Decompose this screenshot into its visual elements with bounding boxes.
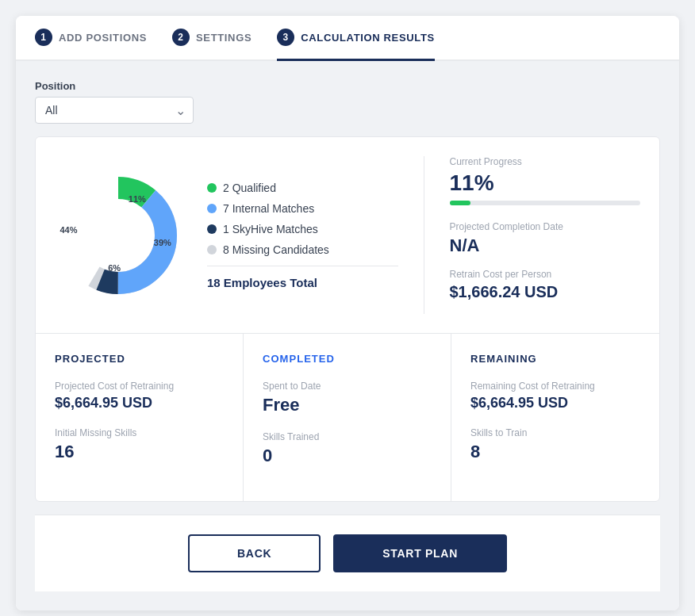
donut-svg [55, 172, 182, 299]
legend-item-missing: 8 Missing Candidates [207, 243, 398, 256]
current-progress-label: Current Progress [450, 156, 641, 167]
retrain-cost-label: Retrain Cost per Person [450, 269, 641, 280]
legend-dot-internal [207, 204, 217, 213]
projected-heading: PROJECTED [55, 353, 224, 365]
stat-col-projected: PROJECTED Projected Cost of Retraining $… [36, 334, 244, 501]
legend-total: 18 Employees Total [207, 276, 398, 289]
summary-section: 11% 39% 6% 44% 2 Qualified 7 Internal Ma… [36, 137, 659, 333]
donut-center [83, 201, 153, 270]
legend-label-skyhive: 1 SkyHive Matches [223, 223, 318, 235]
tab-number-1: 1 [35, 29, 52, 46]
position-filter-label: Position [35, 80, 660, 92]
stat-col-remaining: REMAINING Remaining Cost of Retraining $… [451, 334, 659, 501]
legend-item-internal: 7 Internal Matches [207, 202, 398, 215]
retrain-cost-value: $1,666.24 USD [450, 283, 641, 301]
stats-row: PROJECTED Projected Cost of Retraining $… [36, 333, 659, 501]
remaining-cost-value: $6,664.95 USD [470, 395, 640, 411]
chart-legend: 2 Qualified 7 Internal Matches 1 SkyHive… [207, 182, 398, 289]
back-button[interactable]: BACK [188, 534, 321, 572]
completed-skills-label: Skills Trained [263, 431, 432, 442]
legend-item-qualified: 2 Qualified [207, 182, 398, 194]
completed-cost-label: Spent to Date [263, 381, 432, 392]
projected-completion-value: N/A [450, 235, 641, 256]
completed-cost-value: Free [263, 395, 432, 415]
remaining-skills-value: 8 [470, 442, 640, 462]
legend-dot-missing [207, 245, 217, 254]
remaining-cost-label: Remaining Cost of Retraining [470, 381, 640, 392]
page-body: Position All ⌄ [16, 61, 679, 610]
chart-label-internal: 39% [154, 238, 171, 247]
tab-label-settings: SETTINGS [196, 32, 252, 44]
projected-cost-value: $6,664.95 USD [55, 395, 224, 411]
legend-label-qualified: 2 Qualified [223, 182, 276, 194]
position-select[interactable]: All [35, 97, 194, 124]
tab-settings[interactable]: 2 SETTINGS [172, 16, 252, 61]
tab-add-positions[interactable]: 1 ADD POSITIONS [35, 16, 147, 61]
tab-bar: 1 ADD POSITIONS 2 SETTINGS 3 CALCULATION… [16, 16, 679, 61]
tab-number-2: 2 [172, 29, 190, 46]
completed-skills-value: 0 [263, 446, 432, 466]
projected-skills-label: Initial Missing Skills [55, 427, 224, 438]
results-card: 11% 39% 6% 44% 2 Qualified 7 Internal Ma… [35, 136, 660, 502]
remaining-heading: REMAINING [470, 353, 640, 365]
action-row: BACK START PLAN [35, 515, 660, 591]
chart-label-missing: 44% [60, 225, 77, 235]
main-container: 1 ADD POSITIONS 2 SETTINGS 3 CALCULATION… [16, 16, 679, 610]
progress-bar-fill [450, 201, 470, 205]
position-filter-section: Position All ⌄ [35, 80, 660, 124]
progress-section: Current Progress 11% Projected Completio… [424, 156, 641, 314]
tab-label-add-positions: ADD POSITIONS [59, 32, 147, 44]
current-progress-value: 11% [450, 170, 641, 196]
legend-label-internal: 7 Internal Matches [223, 202, 314, 215]
progress-bar-track [450, 201, 641, 205]
legend-divider [207, 266, 398, 266]
projected-cost-label: Projected Cost of Retraining [55, 381, 224, 392]
chart-label-qualified: 11% [129, 194, 146, 204]
tab-calculation-results[interactable]: 3 CALCULATION RESULTS [277, 16, 435, 61]
legend-dot-qualified [207, 183, 217, 193]
tab-number-3: 3 [277, 29, 294, 46]
remaining-skills-label: Skills to Train [470, 427, 640, 438]
chart-label-skyhive: 6% [108, 263, 121, 273]
projected-skills-value: 16 [55, 442, 224, 462]
stat-col-completed: COMPLETED Spent to Date Free Skills Trai… [244, 334, 451, 501]
legend-dot-skyhive [207, 224, 217, 234]
completed-heading: COMPLETED [263, 353, 432, 365]
position-select-wrapper: All ⌄ [35, 97, 194, 124]
legend-label-missing: 8 Missing Candidates [223, 243, 329, 256]
donut-chart: 11% 39% 6% 44% [55, 172, 182, 299]
legend-item-skyhive: 1 SkyHive Matches [207, 223, 398, 235]
projected-completion-label: Projected Completion Date [450, 221, 641, 232]
tab-label-calculation-results: CALCULATION RESULTS [301, 32, 435, 44]
start-plan-button[interactable]: START PLAN [333, 534, 507, 572]
